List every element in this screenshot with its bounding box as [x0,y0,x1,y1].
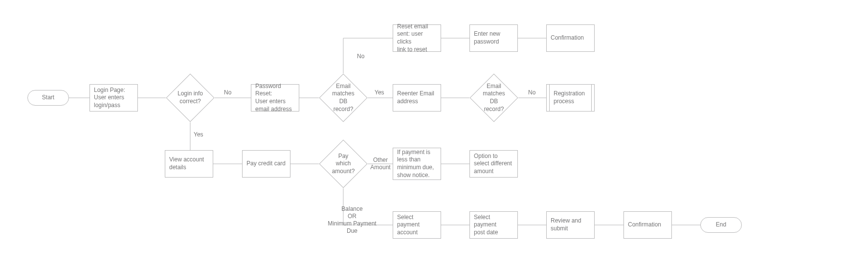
process-login-page: Login Page: User enters login/pass [89,84,138,112]
decision-pay-which-amount: Pay which amount? [326,147,360,181]
decision-email-match-2-label: Email matches DB record? [477,81,511,115]
edge-label-email1-no: No [357,53,364,60]
process-enter-new-password: Enter new password [469,24,518,52]
terminator-end: End [700,217,742,233]
process-pay-credit-card-label: Pay credit card [246,160,286,168]
process-reset-email-label: Reset email sent: user clicks link to re… [397,23,437,53]
subprocess-registration-label: Registration process [554,90,585,105]
process-option-different-amount-label: Option to select different amount [474,153,512,176]
process-password-reset-label: Password Reset: User enters email addres… [255,83,295,113]
process-password-reset: Password Reset: User enters email addres… [251,84,299,112]
decision-email-match-2: Email matches DB record? [477,81,511,115]
process-option-different-amount: Option to select different amount [469,150,518,178]
process-payment-notice-label: If payment is less than minimum due, sho… [397,149,434,179]
edge-label-other-amount: Other Amount [369,157,392,171]
process-view-account-label: View account details [169,156,204,171]
process-confirmation-2-label: Confirmation [628,221,661,229]
edge-label-login-yes: Yes [194,131,203,138]
terminator-start-label: Start [42,94,54,102]
process-payment-notice: If payment is less than minimum due, sho… [393,148,441,180]
process-login-page-label: Login Page: User enters login/pass [94,87,125,110]
decision-pay-which-amount-label: Pay which amount? [326,147,360,181]
edge-label-email2-no: No [528,89,535,96]
process-reset-email: Reset email sent: user clicks link to re… [393,24,441,52]
terminator-start: Start [27,90,69,106]
process-view-account: View account details [165,150,213,178]
terminator-end-label: End [716,221,726,229]
process-pay-credit-card: Pay credit card [242,150,290,178]
decision-login-correct-label: Login info correct? [173,81,207,115]
process-confirmation-1-label: Confirmation [551,34,584,42]
process-review-submit-label: Review and submit [551,217,581,232]
process-reenter-email-label: Reenter Email address [397,90,434,105]
process-select-post-date-label: Select payment post date [474,214,498,237]
process-enter-new-password-label: Enter new password [474,30,500,45]
decision-login-correct: Login info correct? [173,81,207,115]
process-select-payment-account-label: Select payment account [397,214,420,237]
process-confirmation-2: Confirmation [623,211,672,239]
edge-label-login-no: No [224,89,231,96]
process-confirmation-1: Confirmation [546,24,595,52]
subprocess-registration: Registration process [546,84,595,112]
decision-email-match-1-label: Email matches DB record? [326,81,360,115]
decision-email-match-1: Email matches DB record? [326,81,360,115]
edge-label-email1-yes: Yes [375,89,384,96]
edge-label-balance-or-min: Balance OR Minimum Payment Due [320,205,384,235]
flowchart-canvas: Start End Login Page: User enters login/… [0,0,868,269]
process-reenter-email: Reenter Email address [393,84,441,112]
process-review-submit: Review and submit [546,211,595,239]
process-select-post-date: Select payment post date [469,211,518,239]
process-select-payment-account: Select payment account [393,211,441,239]
